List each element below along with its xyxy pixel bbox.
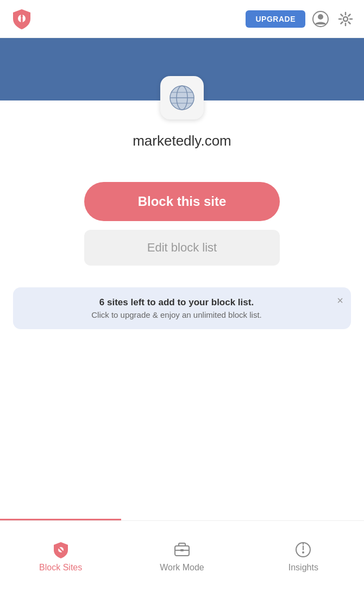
- block-sites-label: Block Sites: [39, 563, 82, 573]
- svg-point-5: [318, 14, 323, 20]
- insights-icon: [293, 540, 313, 559]
- block-sites-icon: [51, 540, 71, 559]
- notification-sub-text: Click to upgrade & enjoy an unlimited bl…: [24, 310, 329, 319]
- account-icon[interactable]: [311, 9, 330, 29]
- svg-rect-17: [180, 549, 184, 551]
- header: UPGRADE: [0, 0, 364, 38]
- site-icon-container: [0, 76, 364, 120]
- svg-point-3: [21, 15, 23, 17]
- edit-block-list-button[interactable]: Edit block list: [84, 230, 280, 266]
- domain-name: marketedly.com: [0, 133, 364, 149]
- bottom-nav: Block Sites Work Mode Insights: [0, 520, 364, 591]
- notification-main-text: 6 sites left to add to your block list.: [24, 297, 329, 308]
- nav-insights[interactable]: Insights: [243, 535, 364, 578]
- svg-point-6: [343, 17, 348, 21]
- notification-banner[interactable]: 6 sites left to add to your block list. …: [13, 287, 351, 329]
- upgrade-button[interactable]: UPGRADE: [246, 10, 305, 28]
- nav-block-sites[interactable]: Block Sites: [0, 535, 121, 578]
- settings-icon[interactable]: [336, 9, 355, 29]
- insights-label: Insights: [288, 563, 318, 573]
- nav-work-mode[interactable]: Work Mode: [121, 535, 242, 578]
- main-content: Block this site Edit block list: [0, 182, 364, 266]
- notification-close-button[interactable]: ×: [337, 295, 343, 306]
- header-right: UPGRADE: [246, 9, 355, 29]
- svg-point-20: [302, 551, 304, 554]
- block-site-button[interactable]: Block this site: [84, 182, 280, 221]
- work-mode-label: Work Mode: [160, 563, 204, 573]
- shield-icon: [9, 6, 35, 32]
- logo-area: [9, 6, 35, 32]
- work-mode-icon: [172, 540, 192, 559]
- site-icon-box: [160, 76, 204, 120]
